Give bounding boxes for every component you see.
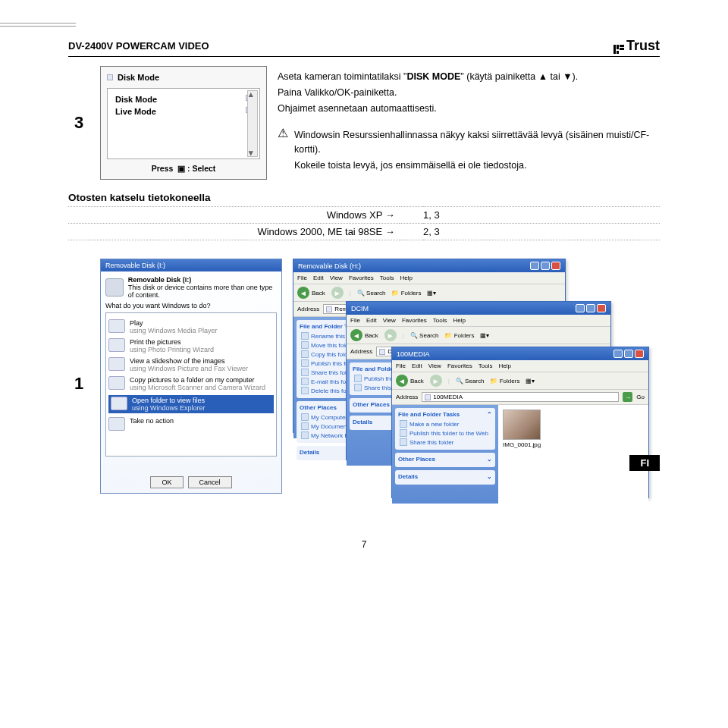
email-icon [301, 378, 309, 385]
other-places-panel: Other Places⌄ [395, 453, 495, 467]
move-icon [301, 341, 309, 349]
brand-icon [613, 42, 624, 51]
wizard-footer: OK Cancel [101, 472, 281, 493]
computer-icon [301, 413, 309, 421]
image-thumbnail [503, 410, 541, 440]
views-icon[interactable]: ▦▾ [480, 332, 489, 339]
step-3-text: Aseta kameran toimintatilaksi "DISK MODE… [278, 66, 660, 180]
chevron-down-icon[interactable]: ⌄ [487, 473, 492, 480]
folders-button[interactable]: 📁 Folders [444, 332, 474, 339]
explorer-toolbar: ◄Back ► | 🔍 Search 📁 Folders ▦▾ [293, 284, 565, 302]
documents-icon [301, 422, 309, 430]
search-button[interactable]: 🔍 Search [410, 332, 439, 339]
explorer-stack: Removable Disk (H:) FileEditViewFavorite… [293, 259, 660, 509]
cancel-button[interactable]: Cancel [188, 476, 232, 488]
address-input[interactable]: 100MEDIA [422, 392, 619, 402]
task-share[interactable]: Share this folder [400, 438, 492, 447]
window-controls [530, 262, 560, 270]
search-button[interactable]: 🔍 Search [456, 378, 485, 384]
minimize-icon[interactable] [576, 304, 585, 312]
wizard-prompt: What do you want Windows to do? [105, 302, 277, 309]
image-file[interactable]: IMG_0001.jpg [503, 410, 541, 448]
explorer-toolbar: ◄Back ► | 🔍 Search 📁 Folders ▦▾ [347, 327, 610, 344]
search-button[interactable]: 🔍 Search [357, 290, 386, 297]
delete-icon [301, 387, 309, 394]
views-icon[interactable]: ▦▾ [526, 378, 535, 384]
wizard-opt-none[interactable]: Take no action [108, 417, 274, 431]
maximize-icon[interactable] [541, 262, 550, 270]
brand-logo: Trust [613, 38, 660, 54]
wizard-opt-play[interactable]: Playusing Windows Media Player [108, 319, 274, 334]
back-button[interactable]: ◄Back [350, 329, 378, 341]
step-number-1: 1 [68, 374, 89, 394]
explorer-titlebar: DCIM [347, 302, 610, 315]
svg-rect-4 [620, 48, 624, 50]
subheading: Otosten katselu tietokoneella [68, 192, 660, 203]
minimize-icon[interactable] [530, 262, 539, 270]
back-button[interactable]: ◄Back [297, 287, 325, 299]
back-button[interactable]: ◄Back [396, 375, 424, 387]
details-panel: Details⌄ [395, 470, 495, 485]
folder-open-icon [111, 397, 127, 410]
task-publish[interactable]: Publish this folder to the Web [400, 428, 492, 438]
minimize-icon[interactable] [613, 350, 623, 358]
chevron-up-icon[interactable]: ⌃ [487, 411, 492, 418]
explorer-titlebar: Removable Disk (H:) [293, 259, 565, 272]
arrow-icon: → [385, 226, 395, 237]
maximize-icon[interactable] [586, 304, 595, 312]
no-action-icon [108, 417, 125, 431]
wizard-drive-row: Removable Disk (I:) This disk or device … [105, 276, 277, 299]
lcd-screen: Disk Mode Disk Mode Live Mode Press 󠀠 ▣ … [100, 66, 267, 180]
wizard-opt-slideshow[interactable]: View a slideshow of the imagesusing Wind… [108, 357, 274, 372]
task-make[interactable]: Make a new folder [400, 419, 492, 428]
os-row1-label: Windows XP → [68, 207, 400, 224]
folders-button[interactable]: 📁 Folders [391, 290, 421, 297]
network-icon [301, 431, 309, 439]
media-player-icon [108, 319, 125, 333]
drive-icon [105, 278, 124, 297]
svg-rect-2 [617, 51, 619, 54]
forward-icon[interactable]: ► [384, 329, 397, 341]
window-controls [576, 304, 606, 312]
warning-text: Windowsin Resurssienhallinnassa näkyy ka… [294, 126, 660, 174]
wizard-opt-open-selected[interactable]: Open folder to view filesusing Windows E… [108, 395, 274, 413]
forward-icon[interactable]: ► [331, 287, 344, 299]
svg-rect-0 [613, 45, 616, 54]
os-table: Windows XP → 1, 3 Windows 2000, ME tai 9… [68, 206, 660, 240]
explorer-body: File and Folder Tasks⌃ Make a new folder… [392, 405, 648, 504]
close-icon[interactable] [597, 304, 606, 312]
copy-icon [301, 350, 309, 358]
go-icon[interactable]: → [623, 392, 632, 402]
folders-button[interactable]: 📁 Folders [490, 378, 519, 384]
tasks-panel: File and Folder Tasks⌃ Make a new folder… [395, 408, 495, 450]
arrow-icon: → [385, 209, 395, 221]
page-number: 7 [68, 539, 660, 550]
views-icon[interactable]: ▦▾ [427, 290, 436, 297]
forward-icon[interactable]: ► [430, 375, 442, 387]
ok-button[interactable]: OK [150, 476, 183, 488]
back-icon: ◄ [350, 329, 362, 341]
svg-rect-3 [620, 45, 624, 47]
wizard-opt-copy[interactable]: Copy pictures to a folder on my computer… [108, 376, 274, 391]
table-row: Windows XP → 1, 3 [68, 207, 660, 224]
maximize-icon[interactable] [624, 350, 633, 358]
lcd-option-disk: Disk Mode [112, 93, 255, 105]
publish-icon [354, 375, 362, 382]
wizard-opt-print[interactable]: Print the picturesusing Photo Printing W… [108, 338, 274, 353]
close-icon[interactable] [635, 350, 644, 358]
step3-line3: Ohjaimet asennetaan automaattisesti. [278, 102, 660, 115]
share-icon [400, 438, 407, 446]
lcd-scrollbar [247, 90, 258, 157]
explorer-sidebar: File and Folder Tasks⌃ Make a new folder… [392, 405, 498, 504]
folder-small-icon [379, 349, 385, 355]
warning-icon: ⚠ [278, 124, 288, 174]
chevron-down-icon[interactable]: ⌄ [487, 456, 492, 463]
page-header: DV-2400V POWERCAM VIDEO Trust [68, 38, 660, 57]
lcd-option-live: Live Mode [112, 105, 255, 118]
autoplay-wizard: Removable Disk (I:) Removable Disk (I:) … [100, 259, 282, 494]
step3-line2: Paina Valikko/OK-painiketta. [278, 86, 660, 99]
back-icon: ◄ [396, 375, 408, 387]
wizard-option-list[interactable]: Playusing Windows Media Player Print the… [105, 312, 277, 457]
close-icon[interactable] [551, 262, 560, 270]
wizard-titlebar: Removable Disk (I:) [101, 259, 281, 271]
